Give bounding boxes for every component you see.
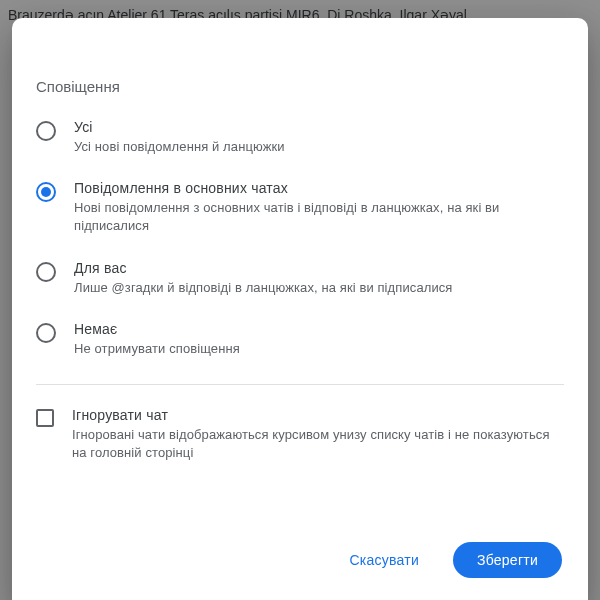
ignore-chat-option[interactable]: Ігнорувати чат Ігноровані чати відобража… (36, 407, 564, 462)
dialog-actions: Скасувати Зберегти (12, 522, 588, 600)
option-title: Немає (74, 321, 564, 337)
option-desc: Лише @згадки й відповіді в ланцюжках, на… (74, 279, 564, 297)
ignore-title: Ігнорувати чат (72, 407, 564, 423)
divider (36, 384, 564, 385)
option-title: Усі (74, 119, 564, 135)
option-title: Повідомлення в основних чатах (74, 180, 564, 196)
option-title: Для вас (74, 260, 564, 276)
section-title: Сповіщення (36, 78, 564, 95)
notification-options: Усі Усі нові повідомлення й ланцюжки Пов… (36, 119, 564, 358)
option-desc: Не отримувати сповіщення (74, 340, 564, 358)
ignore-desc: Ігноровані чати відображаються курсивом … (72, 426, 564, 462)
option-desc: Усі нові повідомлення й ланцюжки (74, 138, 564, 156)
option-desc: Нові повідомлення з основних чатів і від… (74, 199, 564, 235)
option-for-you[interactable]: Для вас Лише @згадки й відповіді в ланцю… (36, 260, 564, 297)
checkbox-icon[interactable] (36, 409, 54, 427)
radio-icon[interactable] (36, 323, 56, 343)
option-all[interactable]: Усі Усі нові повідомлення й ланцюжки (36, 119, 564, 156)
option-main-chats[interactable]: Повідомлення в основних чатах Нові повід… (36, 180, 564, 235)
radio-icon[interactable] (36, 262, 56, 282)
option-none[interactable]: Немає Не отримувати сповіщення (36, 321, 564, 358)
radio-icon[interactable] (36, 182, 56, 202)
radio-icon[interactable] (36, 121, 56, 141)
notifications-dialog: Сповіщення Усі Усі нові повідомлення й л… (12, 18, 588, 600)
cancel-button[interactable]: Скасувати (325, 542, 443, 578)
save-button[interactable]: Зберегти (453, 542, 562, 578)
